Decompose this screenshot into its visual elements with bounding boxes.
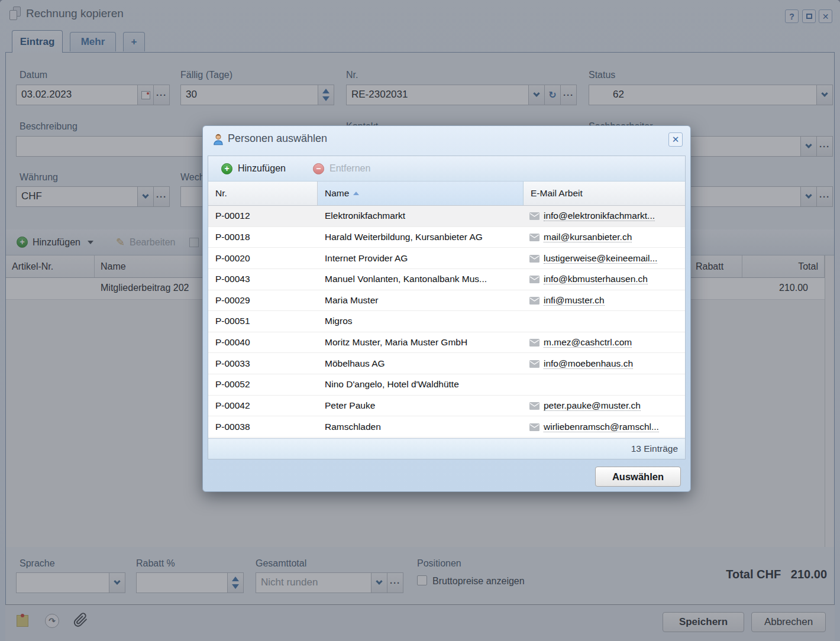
person-row[interactable]: P-00029 Maria Muster infi@muster.ch (208, 290, 685, 312)
dialog-title: Personen auswählen (228, 132, 327, 145)
column-header-email[interactable]: E-Mail Arbeit (524, 182, 685, 205)
persons-remove-button[interactable]: − Entfernen (305, 160, 379, 178)
email-link[interactable]: m.mez@cashctrl.com (544, 337, 632, 348)
add-icon: + (221, 163, 232, 174)
envelope-icon (529, 423, 539, 431)
dialog-close-button[interactable]: ✕ (668, 132, 683, 147)
envelope-icon (529, 360, 539, 368)
person-row[interactable]: P-00012 Elektronikfachmarkt info@elektro… (208, 206, 685, 227)
envelope-icon (529, 234, 539, 241)
email-link[interactable]: lustigerweise@keineemail... (544, 253, 657, 264)
entries-count-bar: 13 Einträge (208, 438, 685, 459)
person-row[interactable]: P-00033 Möbelhaus AG info@moebenhaus.ch (208, 353, 685, 374)
envelope-icon (529, 276, 539, 283)
email-link[interactable]: mail@kursanbieter.ch (544, 232, 632, 242)
email-link[interactable]: info@kbmusterhausen.ch (544, 274, 648, 284)
person-row[interactable]: P-00040 Moritz Muster, Maria Muster GmbH… (208, 332, 685, 354)
email-link[interactable]: info@elektronikfachmarkt... (544, 211, 655, 221)
person-row[interactable]: P-00020 Internet Provider AG lustigerwei… (208, 248, 685, 269)
email-link[interactable]: infi@muster.ch (544, 295, 605, 306)
remove-icon: − (313, 163, 324, 174)
app-window: Rechnung kopieren ? ✕ Eintrag Mehr + Dat… (0, 0, 840, 641)
person-row[interactable]: P-00043 Manuel Vonlanten, Kantonalbank M… (208, 269, 685, 290)
envelope-icon (529, 255, 539, 263)
person-row[interactable]: P-00038 Ramschladen wirliebenramsch@rams… (208, 416, 685, 438)
email-link[interactable]: wirliebenramsch@ramschl... (544, 422, 659, 432)
envelope-icon (529, 297, 539, 305)
column-header-nr[interactable]: Nr. (208, 182, 318, 205)
persons-add-button[interactable]: + Hinzufügen (213, 160, 294, 178)
persons-toolbar: + Hinzufügen − Entfernen (208, 156, 685, 182)
persons-grid-header: Nr. Name E-Mail Arbeit (208, 182, 685, 206)
person-row[interactable]: P-00052 Nino D'angelo, Hotel d'Waldhütte (208, 374, 685, 396)
envelope-icon (529, 402, 539, 410)
envelope-icon (529, 212, 539, 220)
person-icon (212, 133, 225, 146)
column-header-name[interactable]: Name (318, 182, 524, 205)
sort-ascending-icon (353, 192, 359, 195)
auswaehlen-button[interactable]: Auswählen (595, 467, 681, 487)
person-row[interactable]: P-00051 Migros (208, 311, 685, 332)
email-link[interactable]: peter.pauke@muster.ch (544, 400, 641, 411)
personen-auswaehlen-dialog: Personen auswählen ✕ + Hinzufügen − Entf… (202, 125, 691, 492)
persons-rows: P-00012 Elektronikfachmarkt info@elektro… (208, 206, 685, 438)
envelope-icon (529, 339, 539, 347)
email-link[interactable]: info@moebenhaus.ch (544, 358, 633, 369)
person-row[interactable]: P-00018 Harald Weiterbildung, Kursanbiet… (208, 227, 685, 248)
persons-grid-panel: + Hinzufügen − Entfernen Nr. Name E-Mail… (208, 156, 686, 459)
person-row[interactable]: P-00042 Peter Pauke peter.pauke@muster.c… (208, 396, 685, 417)
